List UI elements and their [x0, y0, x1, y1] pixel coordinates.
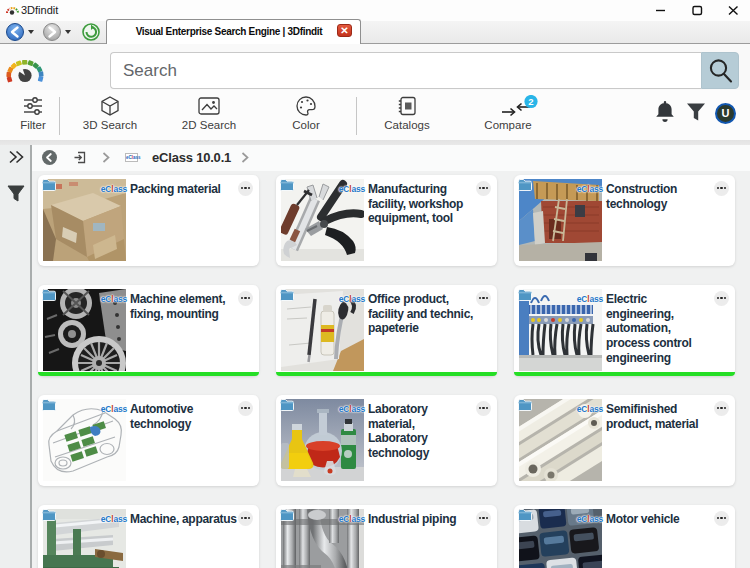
svg-text:2: 2 [528, 96, 533, 107]
